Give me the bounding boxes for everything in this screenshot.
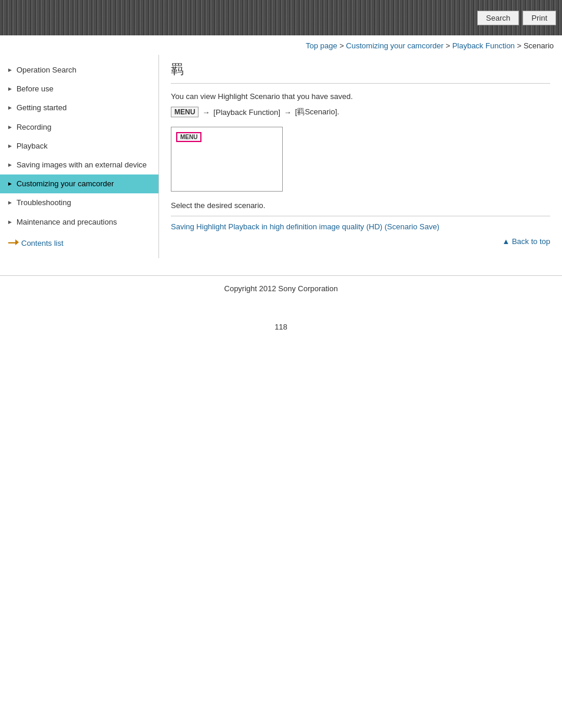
menu-step1: [Playback Function] xyxy=(213,108,280,117)
main-content: 羁 You can view Highlight Scenario that y… xyxy=(159,55,562,263)
sidebar-item-customizing[interactable]: ► Customizing your camcorder xyxy=(0,174,158,193)
sidebar: ► Operation Search ► Before use ► Gettin… xyxy=(0,55,159,258)
contents-list-link[interactable]: Contents list xyxy=(0,232,158,252)
sidebar-label-operation-search: Operation Search xyxy=(16,65,77,75)
arrow-icon-recording: ► xyxy=(7,123,13,131)
screen-preview: MENU xyxy=(171,127,283,192)
menu-arrow2: → xyxy=(284,108,292,117)
back-to-top: ▲ Back to top xyxy=(171,237,550,246)
arrow-icon-operation-search: ► xyxy=(7,66,13,74)
arrow-icon-before-use: ► xyxy=(7,85,13,93)
arrow-icon-troubleshooting: ► xyxy=(7,199,13,207)
arrow-icon-getting-started: ► xyxy=(7,104,13,112)
arrow-icon-customizing: ► xyxy=(7,180,13,188)
sidebar-label-playback: Playback xyxy=(16,141,48,151)
sidebar-label-customizing: Customizing your camcorder xyxy=(16,179,114,189)
menu-arrow1: → xyxy=(202,108,210,117)
menu-key: MENU xyxy=(171,107,199,117)
select-text: Select the desired scenario. xyxy=(171,201,550,210)
sidebar-label-recording: Recording xyxy=(16,122,51,133)
contents-list-arrow-icon xyxy=(8,240,19,246)
header: Search Print xyxy=(0,0,562,35)
breadcrumb-playback-link[interactable]: Playback Function xyxy=(452,41,515,50)
intro-text: You can view Highlight Scenario that you… xyxy=(171,92,550,101)
menu-step2: [羁Scenario]. xyxy=(295,107,339,117)
arrow-icon-saving-images: ► xyxy=(7,161,13,169)
breadcrumb-customizing-link[interactable]: Customizing your camcorder xyxy=(346,41,443,50)
sidebar-label-getting-started: Getting started xyxy=(16,103,67,113)
breadcrumb-sep1: > xyxy=(338,41,346,50)
back-to-top-link[interactable]: ▲ Back to top xyxy=(502,237,550,246)
sidebar-label-before-use: Before use xyxy=(16,84,54,94)
screen-menu-button: MENU xyxy=(176,132,201,142)
sidebar-item-maintenance[interactable]: ► Maintenance and precautions xyxy=(0,213,158,232)
breadcrumb-current: Scenario xyxy=(524,41,554,50)
sidebar-item-recording[interactable]: ► Recording xyxy=(0,118,158,137)
sidebar-item-troubleshooting[interactable]: ► Troubleshooting xyxy=(0,193,158,212)
page-icon: 羁 xyxy=(171,61,550,84)
sidebar-label-troubleshooting: Troubleshooting xyxy=(16,197,71,208)
content-divider-top xyxy=(171,216,550,216)
breadcrumb: Top page > Customizing your camcorder > … xyxy=(0,35,562,55)
sidebar-label-maintenance: Maintenance and precautions xyxy=(16,217,117,228)
contents-list-label: Contents list xyxy=(21,239,64,248)
search-button[interactable]: Search xyxy=(477,11,519,25)
footer-text: Copyright 2012 Sony Corporation xyxy=(224,284,338,293)
sidebar-item-operation-search[interactable]: ► Operation Search xyxy=(0,61,158,80)
sidebar-label-saving-images: Saving images with an external device xyxy=(16,160,147,170)
sidebar-item-getting-started[interactable]: ► Getting started xyxy=(0,98,158,117)
print-button[interactable]: Print xyxy=(523,11,556,25)
page-number: 118 xyxy=(0,322,562,331)
footer: Copyright 2012 Sony Corporation xyxy=(0,275,562,305)
scenario-save-link[interactable]: Saving Highlight Playback in high defini… xyxy=(171,222,439,231)
breadcrumb-sep2: > xyxy=(444,41,452,50)
menu-instruction: MENU → [Playback Function] → [羁Scenario]… xyxy=(171,107,550,117)
arrow-icon-playback: ► xyxy=(7,142,13,150)
arrow-icon-maintenance: ► xyxy=(7,218,13,226)
page-layout: ► Operation Search ► Before use ► Gettin… xyxy=(0,55,562,263)
breadcrumb-sep3: > xyxy=(515,41,524,50)
sidebar-item-before-use[interactable]: ► Before use xyxy=(0,80,158,98)
breadcrumb-top-link[interactable]: Top page xyxy=(306,41,338,50)
sidebar-item-saving-images[interactable]: ► Saving images with an external device xyxy=(0,156,158,174)
sidebar-item-playback[interactable]: ► Playback xyxy=(0,137,158,156)
